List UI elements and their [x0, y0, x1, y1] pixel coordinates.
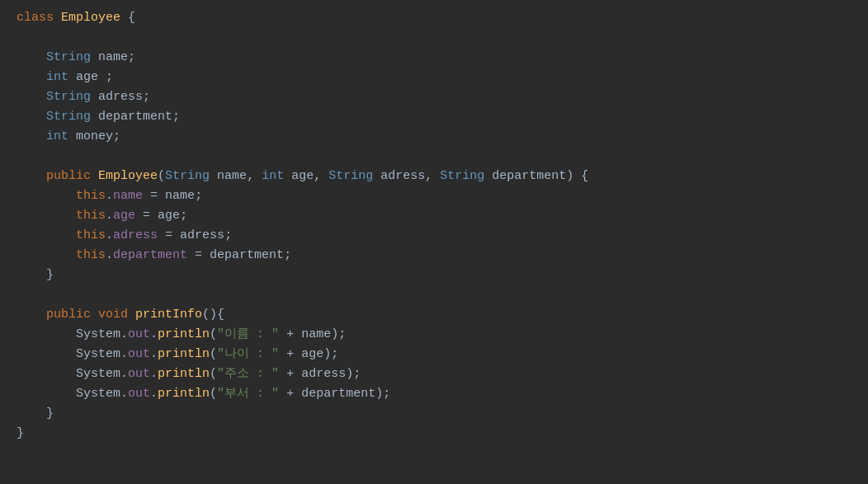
line-12: this.adress = adress; [17, 226, 851, 246]
line-15 [17, 285, 851, 305]
code-editor: class Employee { String name; int age ; … [0, 0, 868, 484]
line-7: int money; [17, 127, 851, 147]
line-11: this.age = age; [17, 206, 851, 226]
line-13: this.department = department; [17, 246, 851, 265]
line-18: System.out.println("나이 : " + age); [17, 345, 851, 364]
line-10: this.name = name; [17, 186, 851, 206]
line-9: public Employee(String name, int age, St… [17, 167, 851, 186]
line-8 [17, 147, 851, 167]
line-20: System.out.println("부서 : " + department)… [17, 384, 851, 404]
line-5: String adress; [17, 87, 851, 107]
line-6: String department; [17, 107, 851, 127]
line-3: String name; [17, 48, 851, 68]
line-16: public void printInfo(){ [17, 305, 851, 325]
line-2 [17, 28, 851, 48]
line-22: } [17, 424, 851, 444]
line-4: int age ; [17, 68, 851, 87]
line-14: } [17, 265, 851, 285]
line-17: System.out.println("이름 : " + name); [17, 325, 851, 345]
line-21: } [17, 404, 851, 424]
line-1: class Employee { [17, 8, 851, 28]
line-19: System.out.println("주소 : " + adress); [17, 364, 851, 384]
